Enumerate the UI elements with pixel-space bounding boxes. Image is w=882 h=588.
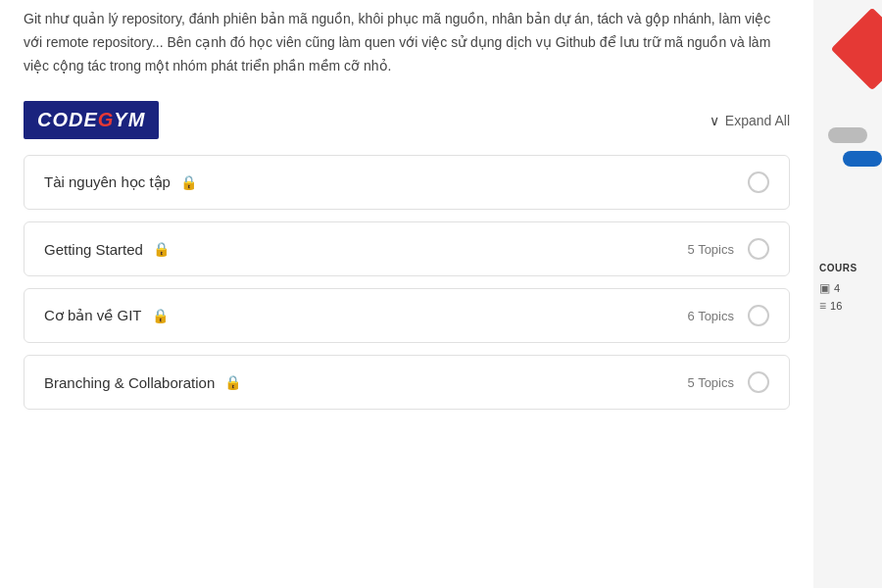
radio-circle-1: [748, 172, 769, 193]
document-icon: ▣: [819, 281, 830, 295]
course-stat-2: ≡ 16: [819, 299, 876, 313]
chevron-down-icon: ∨: [710, 113, 719, 128]
item-title-1: Tài nguyên học tập: [44, 173, 171, 191]
topics-count-3: 6 Topics: [688, 309, 734, 323]
item-left-4: Branching & Collaboration 🔒: [44, 374, 241, 391]
radio-circle-4: [748, 371, 769, 393]
lock-icon-3: 🔒: [152, 308, 169, 323]
logo-highlight: G: [98, 109, 115, 130]
topics-count-2: 5 Topics: [688, 242, 734, 257]
item-right-4: 5 Topics: [688, 371, 769, 393]
item-right-3: 6 Topics: [688, 305, 769, 326]
course-stat-1: ▣ 4: [819, 281, 876, 295]
expand-all-button[interactable]: ∨ Expand All: [710, 113, 790, 128]
topics-count-4: 5 Topics: [688, 375, 734, 390]
expand-all-label: Expand All: [725, 113, 790, 128]
right-sidebar: COURS ▣ 4 ≡ 16: [813, 0, 882, 588]
radio-circle-3: [748, 305, 769, 326]
sidebar-toggle-blue: [843, 151, 882, 167]
course-stat-2-value: 16: [830, 300, 842, 312]
list-icon: ≡: [819, 299, 826, 313]
item-title-3: Cơ bản về GIT: [44, 307, 142, 324]
curriculum-item-2[interactable]: Getting Started 🔒 5 Topics: [24, 221, 790, 276]
item-title-4: Branching & Collaboration: [44, 374, 215, 391]
red-diamond-icon: [831, 8, 882, 91]
curriculum-item-1[interactable]: Tài nguyên học tập 🔒: [24, 155, 790, 210]
radio-circle-2: [748, 238, 769, 260]
page-wrapper: Git như quản lý repository, đánh phiên b…: [0, 0, 882, 588]
item-title-2: Getting Started: [44, 241, 143, 258]
curriculum-header: CODEGYM ∨ Expand All: [24, 101, 790, 139]
item-left-3: Cơ bản về GIT 🔒: [44, 307, 169, 324]
item-left-2: Getting Started 🔒: [44, 241, 170, 258]
curriculum-list: Tài nguyên học tập 🔒 Getting Started 🔒 5…: [24, 155, 790, 410]
curriculum-item-3[interactable]: Cơ bản về GIT 🔒 6 Topics: [24, 288, 790, 343]
course-info-panel: COURS ▣ 4 ≡ 16: [813, 255, 882, 324]
lock-icon-1: 🔒: [180, 174, 197, 190]
description-text: Git như quản lý repository, đánh phiên b…: [24, 0, 790, 77]
lock-icon-2: 🔒: [153, 241, 170, 257]
codegym-logo: CODEGYM: [24, 101, 159, 139]
item-left-1: Tài nguyên học tập 🔒: [44, 173, 197, 191]
item-right-2: 5 Topics: [688, 238, 769, 260]
lock-icon-4: 🔒: [224, 374, 241, 390]
item-right-1: [748, 172, 769, 193]
course-section-label: COURS: [819, 263, 876, 273]
curriculum-item-4[interactable]: Branching & Collaboration 🔒 5 Topics: [24, 355, 790, 410]
main-content: Git như quản lý repository, đánh phiên b…: [0, 0, 813, 588]
course-stat-1-value: 4: [834, 282, 840, 294]
sidebar-toggle-gray: [828, 127, 867, 143]
